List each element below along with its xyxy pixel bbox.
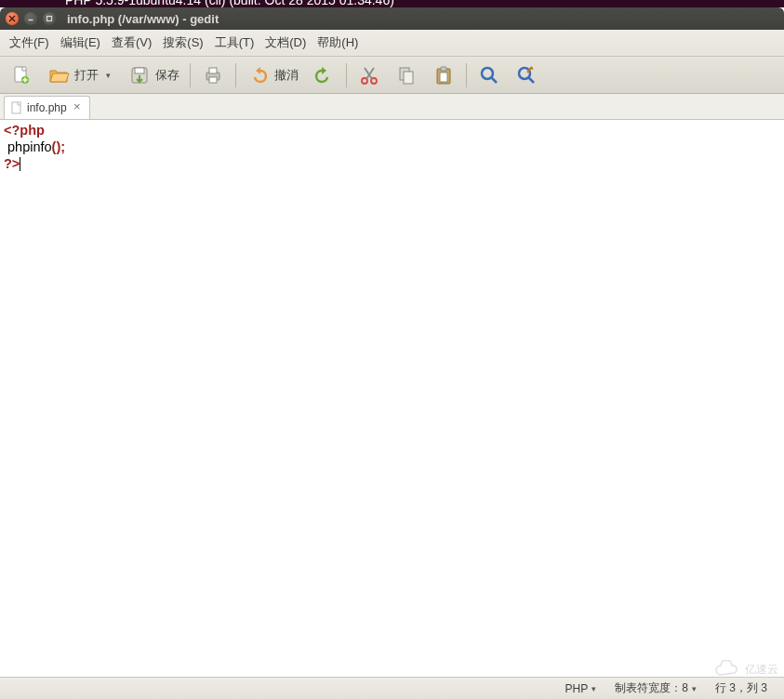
status-language-label: PHP xyxy=(565,682,589,695)
code-token: (); xyxy=(52,139,66,154)
watermark: 亿速云 xyxy=(713,660,778,679)
minimize-button[interactable] xyxy=(24,12,37,25)
file-icon xyxy=(10,101,23,114)
tab-bar: info.php × xyxy=(0,94,784,120)
toolbar-separator xyxy=(190,63,191,87)
svg-point-15 xyxy=(482,68,493,79)
status-position-label: 行 3，列 3 xyxy=(715,680,767,696)
cloud-icon xyxy=(713,660,741,679)
code-token: ?> xyxy=(4,156,20,171)
status-tabwidth[interactable]: 制表符宽度：8 ▾ xyxy=(605,680,706,696)
status-position: 行 3，列 3 xyxy=(706,680,777,696)
undo-icon xyxy=(246,64,271,86)
svg-rect-4 xyxy=(135,68,144,73)
tab-close-button[interactable]: × xyxy=(71,101,84,114)
editor-area[interactable]: <?php phpinfo(); ?> xyxy=(0,120,784,678)
toolbar-separator xyxy=(466,63,467,87)
window-controls xyxy=(0,12,61,25)
background-terminal: PHP 5.5.9-1ubuntu4.14 (cli) (built: Oct … xyxy=(0,0,784,7)
tab-label: info.php xyxy=(27,101,67,114)
menu-tools[interactable]: 工具(T) xyxy=(209,31,260,55)
undo-label: 撤消 xyxy=(274,67,299,84)
open-dropdown-icon[interactable]: ▾ xyxy=(102,71,114,80)
paste-button[interactable] xyxy=(426,60,461,90)
print-button[interactable] xyxy=(195,60,231,90)
terminal-text: PHP 5.5.9-1ubuntu4.14 (cli) (built: Oct … xyxy=(65,0,394,7)
toolbar-separator xyxy=(235,63,236,87)
svg-point-16 xyxy=(519,68,530,79)
copy-button[interactable] xyxy=(389,60,424,90)
code-token: <?php xyxy=(4,123,45,138)
copy-icon xyxy=(394,64,419,86)
save-icon xyxy=(127,64,152,86)
find-replace-icon xyxy=(514,64,538,86)
watermark-text: 亿速云 xyxy=(745,662,778,678)
toolbar-separator xyxy=(346,63,347,87)
new-file-icon xyxy=(9,64,33,86)
svg-rect-14 xyxy=(440,73,447,82)
svg-rect-6 xyxy=(209,68,217,73)
find-replace-button[interactable] xyxy=(509,60,544,90)
cut-icon xyxy=(357,64,381,86)
status-language[interactable]: PHP ▾ xyxy=(556,682,606,695)
window-titlebar: info.php (/var/www) - gedit xyxy=(0,7,784,30)
text-cursor xyxy=(20,157,20,171)
menu-bar: 文件(F) 编辑(E) 查看(V) 搜索(S) 工具(T) 文档(D) 帮助(H… xyxy=(0,30,784,57)
code-token: phpinfo xyxy=(7,139,52,154)
save-button[interactable]: 保存 xyxy=(122,60,185,90)
close-button[interactable] xyxy=(6,12,19,25)
menu-help[interactable]: 帮助(H) xyxy=(312,31,364,55)
svg-rect-7 xyxy=(209,77,217,83)
folder-open-icon xyxy=(47,64,71,86)
redo-icon xyxy=(312,64,336,86)
document-tab[interactable]: info.php × xyxy=(4,96,90,119)
svg-rect-17 xyxy=(12,102,20,113)
menu-view[interactable]: 查看(V) xyxy=(106,31,157,55)
open-label: 打开 xyxy=(74,67,99,84)
cut-button[interactable] xyxy=(352,60,387,90)
undo-button[interactable]: 撤消 xyxy=(241,60,304,90)
maximize-button[interactable] xyxy=(43,12,56,25)
open-button[interactable]: 打开 ▾ xyxy=(41,60,120,90)
svg-rect-13 xyxy=(441,67,446,71)
find-button[interactable] xyxy=(472,60,507,90)
save-label: 保存 xyxy=(155,67,179,84)
dropdown-icon: ▾ xyxy=(692,684,697,693)
status-bar: PHP ▾ 制表符宽度：8 ▾ 行 3，列 3 xyxy=(0,677,784,699)
menu-docs[interactable]: 文档(D) xyxy=(259,31,312,55)
svg-rect-11 xyxy=(404,72,413,84)
toolbar: 打开 ▾ 保存 撤消 xyxy=(0,57,784,94)
window-title: info.php (/var/www) - gedit xyxy=(67,12,219,26)
print-icon xyxy=(201,64,225,86)
paste-icon xyxy=(432,64,456,86)
menu-file[interactable]: 文件(F) xyxy=(4,31,55,55)
menu-edit[interactable]: 编辑(E) xyxy=(55,31,106,55)
svg-rect-0 xyxy=(47,17,52,21)
status-tabwidth-label: 制表符宽度：8 xyxy=(615,680,688,696)
redo-button[interactable] xyxy=(306,60,341,90)
menu-search[interactable]: 搜索(S) xyxy=(157,31,208,55)
new-file-button[interactable] xyxy=(4,60,39,90)
search-icon xyxy=(477,64,501,86)
dropdown-icon: ▾ xyxy=(591,684,596,693)
